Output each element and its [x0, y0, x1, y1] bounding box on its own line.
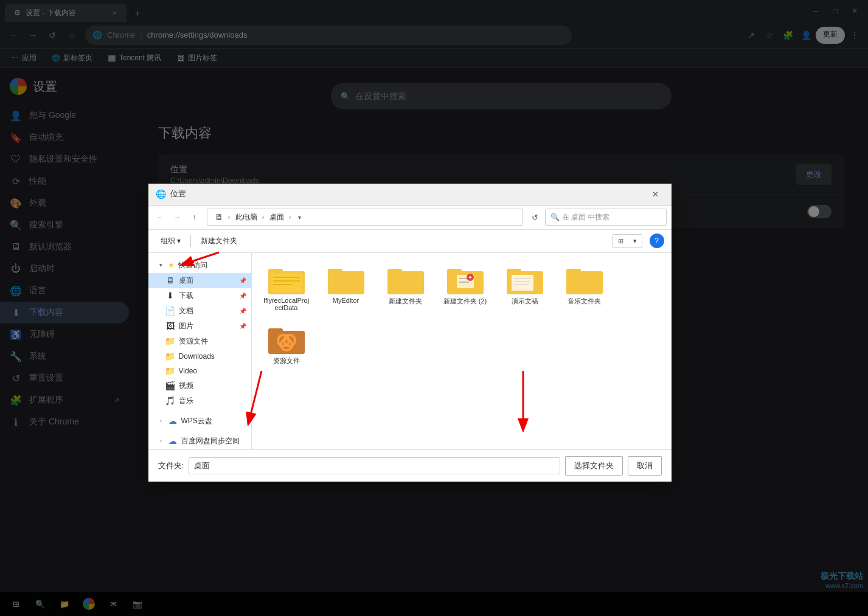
- documents-icon: 📄: [165, 306, 175, 316]
- dialog-forward-button[interactable]: →: [170, 210, 185, 224]
- file-name-newfolder2: 新建文件夹 (2): [443, 297, 487, 306]
- dialog-sidebar: ▾ ★ 快速访问 🖥 桌面 📌 ⬇ 下载 📌: [148, 253, 252, 449]
- folder-icon-newfolder2: [447, 264, 484, 294]
- bc-desktop[interactable]: 桌面: [267, 211, 286, 224]
- view-grid-icon[interactable]: ⊞: [613, 235, 628, 247]
- dialog-search-input[interactable]: [562, 213, 641, 221]
- organize-dropdown[interactable]: 组织 ▾: [156, 234, 186, 249]
- bc-dropdown-button[interactable]: ▾: [294, 211, 306, 223]
- ds-desktop-label: 桌面: [179, 275, 193, 286]
- ds-resources[interactable]: 📁 资源文件: [148, 334, 251, 349]
- ds-documents-label: 文档: [179, 306, 193, 316]
- svg-rect-20: [512, 275, 533, 291]
- new-folder-label: 新建文件夹: [201, 236, 237, 246]
- bc-this-pc[interactable]: 此电脑: [233, 211, 260, 224]
- ds-desktop[interactable]: 🖥 桌面 📌: [148, 273, 251, 288]
- dialog-search-box[interactable]: 🔍: [545, 209, 667, 226]
- cancel-button[interactable]: 取消: [628, 456, 662, 476]
- select-folder-button[interactable]: 选择文件夹: [565, 456, 623, 476]
- ds-music[interactable]: 🎵 音乐: [148, 393, 251, 409]
- desktop-icon: 🖥: [165, 275, 175, 285]
- pin-icon-pictures: 📌: [239, 323, 246, 330]
- dialog-body: ▾ ★ 快速访问 🖥 桌面 📌 ⬇ 下载 📌: [148, 253, 672, 449]
- bc-desktop-icon[interactable]: 🖥: [212, 211, 226, 223]
- baidu-icon: ☁: [168, 436, 178, 446]
- downloads-folder-icon: ⬇: [165, 291, 175, 300]
- quick-access-toggle: ▾: [158, 262, 164, 268]
- file-item-newfolder2[interactable]: 新建文件夹 (2): [438, 260, 493, 315]
- file-item-iflyrec[interactable]: IflyrecLocalProj ectData: [259, 260, 314, 315]
- star-icon: ★: [168, 261, 175, 269]
- folder-icon-resources: [268, 324, 305, 354]
- dialog-footer: 文件夹: 选择文件夹 取消: [148, 449, 672, 482]
- dialog-back-button[interactable]: ←: [153, 210, 168, 224]
- ds-pictures[interactable]: 🖼 图片 📌: [148, 319, 251, 334]
- svg-rect-25: [566, 271, 603, 294]
- dialog-close-button[interactable]: ✕: [647, 185, 664, 202]
- ds-baidu[interactable]: › ☁ 百度网盘同步空间: [148, 434, 251, 449]
- quick-access-label: 快速访问: [178, 260, 207, 271]
- ds-pictures-label: 图片: [179, 321, 193, 331]
- ds-wps[interactable]: › ☁ WPS云盘: [148, 414, 251, 429]
- ds-resources-label: 资源文件: [179, 336, 208, 347]
- video-folder-icon: 📁: [165, 366, 175, 376]
- dialog-search-icon: 🔍: [550, 213, 560, 221]
- ds-videos[interactable]: 🎬 视频: [148, 378, 251, 393]
- ds-wps-label: WPS云盘: [181, 416, 212, 426]
- file-name-newfolder: 新建文件夹: [389, 297, 422, 306]
- folder-icon-myeditor: [328, 264, 364, 294]
- breadcrumb-bar: 🖥 › 此电脑 › 桌面 › ▾: [207, 209, 523, 226]
- baidu-section: › ☁ 百度网盘同步空间: [148, 431, 251, 449]
- file-name-myeditor: MyEditor: [333, 297, 359, 304]
- svg-rect-2: [271, 274, 302, 292]
- folder-icon-iflyrec: [268, 264, 305, 294]
- help-button[interactable]: ?: [650, 234, 664, 248]
- dialog-title: 位置: [170, 189, 642, 199]
- file-item-music[interactable]: 音乐文件夹: [557, 260, 612, 315]
- file-name-iflyrec: IflyrecLocalProj ectData: [263, 297, 310, 311]
- footer-label: 文件夹:: [158, 460, 184, 471]
- ds-downloads[interactable]: ⬇ 下载 📌: [148, 288, 251, 303]
- view-dropdown-icon[interactable]: ▾: [628, 235, 642, 247]
- ds-music-label: 音乐: [179, 396, 193, 406]
- folder-icon-newfolder: [387, 264, 424, 294]
- new-folder-button[interactable]: 新建文件夹: [196, 234, 242, 249]
- dialog-refresh-button[interactable]: ↺: [528, 210, 543, 224]
- dialog-titlebar: 🌐 位置 ✕: [148, 184, 672, 206]
- dialog-nav: ← → ↑ 🖥 › 此电脑 › 桌面 › ▾ ↺ 🔍: [148, 206, 672, 230]
- file-name-presentation: 演示文稿: [512, 297, 538, 306]
- ds-quick-access-header[interactable]: ▾ ★ 快速访问: [148, 258, 251, 273]
- ds-downloads2-label: Downloads: [179, 352, 215, 361]
- file-name-music: 音乐文件夹: [568, 297, 601, 306]
- wps-section: › ☁ WPS云盘: [148, 411, 251, 431]
- organize-label: 组织 ▾: [161, 236, 181, 246]
- videos-icon: 🎬: [165, 381, 175, 390]
- pin-icon-desktop: 📌: [239, 277, 246, 284]
- dialog-files-area: IflyrecLocalProj ectData MyEditor: [252, 253, 672, 449]
- file-item-newfolder[interactable]: 新建文件夹: [378, 260, 433, 315]
- file-item-resources[interactable]: 资源文件: [259, 320, 314, 369]
- wps-icon: ☁: [168, 416, 178, 426]
- resources-icon: 📁: [165, 336, 175, 346]
- svg-rect-9: [387, 271, 424, 294]
- ds-downloads2[interactable]: 📁 Downloads: [148, 349, 251, 364]
- dialog-chrome-icon: 🌐: [156, 189, 165, 199]
- file-item-presentation[interactable]: 演示文稿: [498, 260, 552, 315]
- pin-icon-downloads: 📌: [239, 292, 246, 299]
- view-button[interactable]: ⊞ ▾: [613, 234, 642, 248]
- ds-video[interactable]: 📁 Video: [148, 364, 251, 378]
- file-item-myeditor[interactable]: MyEditor: [319, 260, 373, 315]
- svg-rect-7: [328, 271, 364, 294]
- folder-icon-presentation: [507, 264, 543, 294]
- file-name-resources: 资源文件: [273, 356, 300, 365]
- ds-videos-label: 视频: [179, 381, 193, 391]
- file-dialog: 🌐 位置 ✕ ← → ↑ 🖥 › 此电脑 › 桌面 › ▾ ↺ 🔍: [148, 184, 672, 482]
- toolbar-divider: [190, 235, 191, 247]
- file-dialog-overlay: 🌐 位置 ✕ ← → ↑ 🖥 › 此电脑 › 桌面 › ▾ ↺ 🔍: [0, 0, 868, 616]
- dialog-toolbar: 组织 ▾ 新建文件夹 ⊞ ▾ ?: [148, 230, 672, 253]
- ds-documents[interactable]: 📄 文档 📌: [148, 303, 251, 319]
- music-icon: 🎵: [165, 396, 175, 406]
- folder-icon-music: [566, 264, 603, 294]
- dialog-up-button[interactable]: ↑: [187, 210, 202, 224]
- footer-folder-input[interactable]: [189, 457, 560, 474]
